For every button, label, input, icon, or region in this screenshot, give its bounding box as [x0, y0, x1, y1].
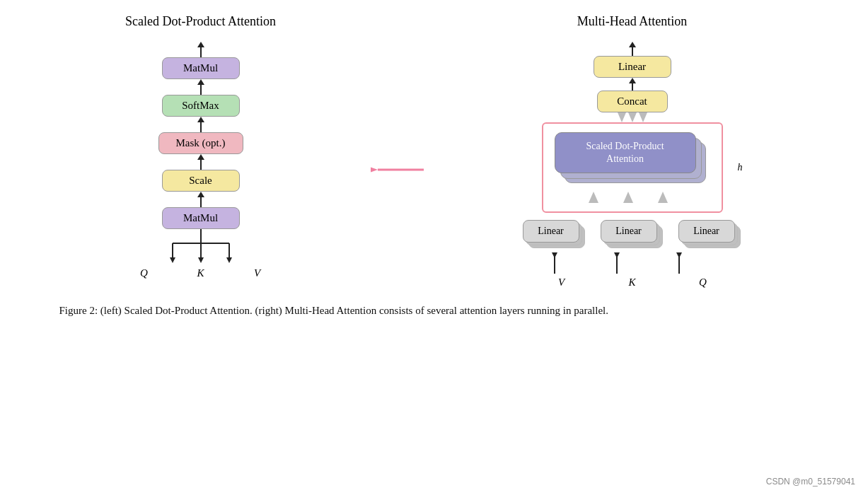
diagrams-row: Scaled Dot-Product Attention MatMul Soft…	[28, 14, 840, 289]
sdpa-input-arrows	[555, 189, 710, 203]
vkq-arrows-svg	[526, 252, 739, 274]
box-scale: Scale	[162, 170, 240, 192]
vkq-row: V K Q	[526, 276, 739, 289]
arrow-3	[197, 154, 204, 170]
q-label: Q	[134, 267, 155, 279]
q-right-label: Q	[675, 276, 731, 289]
arrow-4	[197, 192, 204, 207]
linear-q-container: Linear	[678, 220, 742, 252]
svg-marker-12	[618, 112, 626, 122]
box-concat: Concat	[597, 91, 668, 112]
svg-marker-7	[198, 257, 204, 263]
svg-marker-11	[628, 112, 637, 122]
linear-k-stack: Linear	[601, 220, 664, 252]
k-label: K	[190, 267, 212, 279]
concat-arrows	[540, 112, 724, 122]
right-diagram: Multi-Head Attention Linear Concat	[484, 14, 781, 289]
svg-marker-13	[639, 112, 647, 122]
svg-marker-22	[676, 252, 682, 258]
box-matmul-top: MatMul	[162, 57, 240, 79]
svg-marker-21	[614, 252, 620, 258]
left-stack: MatMul SoftMax Mask (opt.)	[134, 42, 268, 279]
pink-box: h Scaled Dot-Product Attention	[542, 122, 723, 213]
arrow-top	[197, 42, 204, 57]
arrow-2	[197, 117, 204, 132]
linear-v-stack: Linear	[523, 220, 586, 252]
box-linear-v: Linear	[523, 220, 579, 243]
sdpa-input-arrows-svg	[555, 189, 710, 203]
box-linear-top: Linear	[594, 56, 671, 78]
svg-marker-14	[589, 192, 598, 203]
sdpa-stack: Scaled Dot-Product Attention	[555, 132, 710, 189]
right-arrow-top	[629, 42, 636, 56]
concat-arrows-svg	[540, 112, 724, 122]
right-title: Multi-Head Attention	[577, 14, 687, 29]
svg-marker-6	[170, 257, 175, 263]
vkq-arrows-region	[526, 252, 739, 274]
svg-marker-15	[623, 192, 633, 203]
qkv-row: Q K V	[134, 267, 268, 279]
right-stack: Linear Concat h	[523, 42, 742, 289]
box-mask: Mask (opt.)	[158, 132, 243, 154]
qkv-svg	[155, 229, 247, 264]
middle-arrow-svg	[371, 156, 427, 184]
svg-marker-20	[552, 252, 557, 258]
box-matmul-bot: MatMul	[162, 207, 240, 229]
watermark: CSDN @m0_51579041	[766, 477, 855, 487]
linear-q-stack: Linear	[678, 220, 742, 252]
linear-row: Linear Linear	[523, 220, 742, 252]
linear-v-container: Linear	[523, 220, 586, 252]
svg-marker-8	[226, 257, 232, 263]
v-label: V	[247, 267, 268, 279]
svg-marker-16	[658, 192, 668, 203]
box-softmax: SoftMax	[162, 95, 240, 117]
caption: Figure 2: (left) Scaled Dot-Product Atte…	[45, 303, 823, 319]
box-linear-k: Linear	[601, 220, 657, 243]
left-title: Scaled Dot-Product Attention	[125, 14, 276, 29]
linear-k-container: Linear	[601, 220, 664, 252]
k-right-label: K	[604, 276, 661, 289]
arrow-1	[197, 79, 204, 95]
qkv-lines-region	[155, 229, 247, 264]
right-arrow-1	[629, 78, 636, 91]
v-right-label: V	[533, 276, 590, 289]
box-sdpa: Scaled Dot-Product Attention	[555, 132, 696, 173]
middle-arrow-container	[371, 156, 427, 184]
main-container: Scaled Dot-Product Attention MatMul Soft…	[0, 0, 868, 495]
box-linear-q: Linear	[678, 220, 735, 243]
left-diagram: Scaled Dot-Product Attention MatMul Soft…	[88, 14, 314, 279]
h-label: h	[738, 162, 743, 173]
